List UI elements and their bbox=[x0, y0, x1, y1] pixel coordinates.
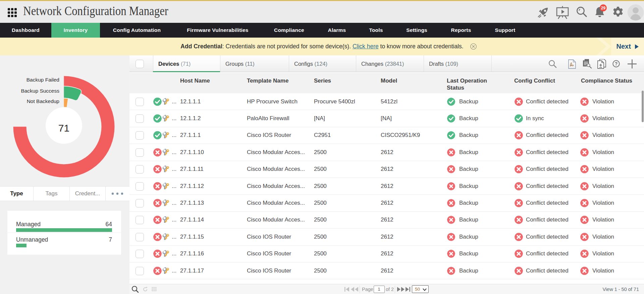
svg-text:?: ? bbox=[615, 61, 618, 66]
svg-text:71: 71 bbox=[58, 122, 69, 134]
